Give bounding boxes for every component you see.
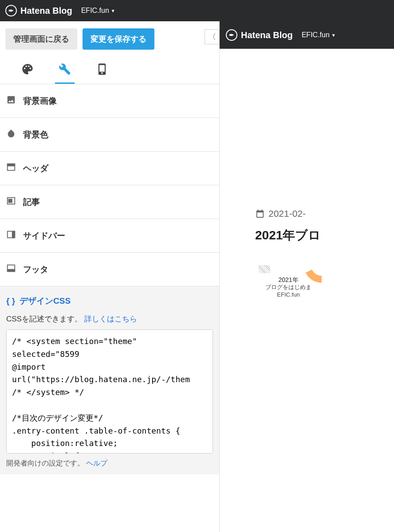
tab-mobile[interactable] — [92, 57, 112, 84]
preview-blog-selector[interactable]: EFIC.fun ▼ — [302, 31, 336, 39]
section-label: ヘッダ — [23, 163, 48, 174]
sidebar-icon — [6, 230, 17, 242]
article-title[interactable]: 2021年ブロ — [255, 227, 390, 244]
header-icon — [6, 162, 17, 174]
save-button[interactable]: 変更を保存する — [83, 28, 154, 50]
action-bar: 管理画面に戻る 変更を保存する — [0, 21, 219, 57]
pen-icon: ✒ — [226, 29, 237, 41]
tab-theme[interactable] — [18, 57, 37, 84]
article-date[interactable]: 2021-02- — [255, 208, 390, 219]
section-label: 記事 — [23, 196, 40, 208]
pen-icon: ✒ — [5, 5, 17, 16]
preview-pane: 〈 ✒ Hatena Blog EFIC.fun ▼ 2021-02- 2021… — [220, 21, 394, 532]
hatena-logo[interactable]: ✒ Hatena Blog — [5, 5, 72, 16]
section-bg-color[interactable]: 背景色 — [0, 118, 219, 152]
css-textarea[interactable] — [6, 329, 213, 454]
section-label: 背景色 — [23, 129, 48, 141]
section-bg-image[interactable]: 背景画像 — [0, 84, 219, 118]
collapse-button[interactable]: 〈 — [205, 29, 220, 44]
preview-body: 2021-02- 2021年ブロ 2021年 ブログをはじめま EFIC.fun — [220, 49, 394, 299]
chevron-down-icon: ▼ — [111, 8, 115, 13]
global-topbar: ✒ Hatena Blog EFIC.fun ▼ — [0, 0, 394, 21]
tab-customize[interactable] — [55, 57, 75, 84]
footer-icon — [6, 263, 17, 275]
blog-selector[interactable]: EFIC.fun ▼ — [81, 7, 115, 15]
section-label: フッタ — [23, 264, 48, 275]
dev-note: 開発者向けの設定です。 ヘルプ — [6, 459, 213, 468]
mobile-icon — [96, 63, 108, 75]
braces-icon: { } — [6, 296, 15, 306]
svg-rect-3 — [9, 199, 12, 202]
chevron-down-icon: ▼ — [331, 33, 336, 38]
decorative-pattern — [259, 265, 270, 273]
section-footer[interactable]: フッタ — [0, 253, 219, 286]
css-panel-title[interactable]: { } デザインCSS — [6, 295, 213, 307]
section-header[interactable]: ヘッダ — [0, 152, 219, 185]
color-icon — [6, 129, 17, 141]
svg-rect-1 — [8, 164, 15, 166]
calendar-icon — [255, 209, 265, 219]
palette-icon — [21, 63, 34, 75]
css-learn-more-link[interactable]: 詳しくはこちら — [84, 315, 137, 323]
css-title-text: デザインCSS — [20, 295, 71, 307]
wrench-icon — [59, 63, 71, 75]
image-icon — [6, 95, 17, 107]
brand-text: Hatena Blog — [241, 30, 293, 40]
css-panel: { } デザインCSS CSSを記述できます。 詳しくはこちら 開発者向けの設定… — [0, 286, 219, 474]
preview-logo[interactable]: ✒ Hatena Blog — [226, 29, 293, 41]
brand-text: Hatena Blog — [20, 6, 72, 16]
svg-rect-7 — [8, 270, 15, 272]
blog-name: EFIC.fun — [81, 7, 109, 15]
back-button[interactable]: 管理画面に戻る — [5, 28, 77, 50]
design-tabs — [0, 57, 219, 84]
section-sidebar[interactable]: サイドバー — [0, 219, 219, 253]
help-link[interactable]: ヘルプ — [86, 459, 107, 467]
css-description: CSSを記述できます。 詳しくはこちら — [6, 314, 213, 324]
section-label: サイドバー — [23, 230, 65, 242]
date-text: 2021-02- — [268, 208, 306, 219]
svg-rect-5 — [12, 231, 15, 238]
design-panel: 管理画面に戻る 変更を保存する 背景画像 背景色 — [0, 21, 220, 532]
section-entry[interactable]: 記事 — [0, 185, 219, 219]
preview-topbar: ✒ Hatena Blog EFIC.fun ▼ — [220, 21, 394, 49]
section-label: 背景画像 — [23, 95, 57, 107]
chevron-left-icon: 〈 — [208, 31, 216, 42]
entry-icon — [6, 196, 17, 208]
article-thumbnail[interactable]: 2021年 ブログをはじめま EFIC.fun — [255, 256, 322, 299]
